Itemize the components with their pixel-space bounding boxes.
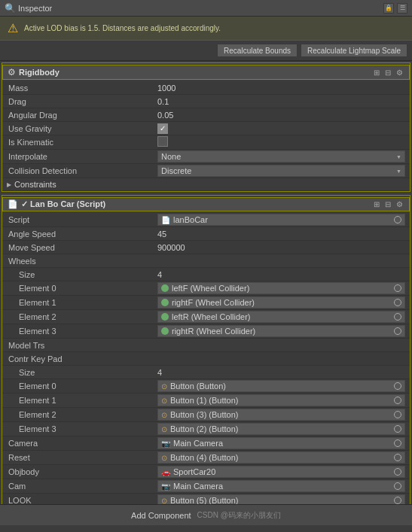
drag-value[interactable]: 0.1 [157,97,405,106]
collision-detection-dropdown[interactable]: Discrete [157,165,405,177]
script-ref[interactable]: 📄 lanBoCar [157,214,405,226]
contr-element3-value[interactable]: ⊙ Button (2) (Button) [157,423,405,435]
contr-element2-ref[interactable]: ⊙ Button (3) (Button) [157,409,405,421]
objbody-value[interactable]: 🚗 SportCar20 [157,466,405,478]
camera-icon: 📷 [161,439,170,448]
contr-element2-select-btn[interactable] [394,411,401,418]
contr-element1-select-btn[interactable] [394,397,401,404]
add-component-label[interactable]: Add Component [131,511,191,520]
wheels-element1-dot [161,299,169,306]
is-kinematic-checkbox[interactable] [157,136,168,147]
wheels-element2-value[interactable]: leftR (Wheel Collider) [157,311,405,323]
camera-value[interactable]: 📷 Main Camera [157,437,405,449]
script-select-btn[interactable] [394,216,401,223]
contr-element1-label: Element 1 [7,396,157,405]
drag-row: Drag 0.1 [2,95,410,108]
reset-icon: ⊙ [161,454,167,462]
wheels-element3-ref[interactable]: rightR (Wheel Collider) [157,325,405,337]
watermark-text: CSDN @码来的小朋友们 [197,510,281,521]
contr-element2-label: Element 2 [7,410,157,419]
cam-ref[interactable]: 📷 Main Camera [157,480,405,492]
contr-element3-text: Button (2) (Button) [170,424,239,433]
move-speed-value[interactable]: 900000 [157,243,405,252]
objbody-select-btn[interactable] [394,468,401,476]
wheels-size-value[interactable]: 4 [157,270,405,279]
lanbocar-header: 📄 ✓ Lan Bo Car (Script) ⊞ ⊟ ⚙ [2,197,410,211]
contr-element0-icon: ⊙ [161,382,167,391]
constraints-row[interactable]: ▶ Constraints [2,178,410,191]
wheels-element0-row: Element 0 leftF (Wheel Collider) [2,281,410,296]
wheels-row: Wheels [2,254,410,268]
script-label: Script [7,215,157,224]
contr-element0-ref[interactable]: ⊙ Button (Button) [157,380,405,392]
look-select-btn[interactable] [394,497,401,504]
camera-ref[interactable]: 📷 Main Camera [157,437,405,449]
wheels-element1-ref[interactable]: rightF (Wheel Collider) [157,296,405,309]
wheels-element1-row: Element 1 rightF (Wheel Collider) [2,296,410,310]
reset-value[interactable]: ⊙ Button (4) (Button) [157,451,405,464]
wheels-element2-ref[interactable]: leftR (Wheel Collider) [157,311,405,323]
recalculate-lightmap-button[interactable]: Recalculate Lightmap Scale [301,44,407,57]
cam-select-btn[interactable] [394,482,401,490]
recalculate-bounds-button[interactable]: Recalculate Bounds [217,44,298,57]
is-kinematic-value[interactable] [157,136,405,148]
objbody-ref[interactable]: 🚗 SportCar20 [157,466,405,478]
lanbocar-settings-icon[interactable]: ⊞ [372,199,381,209]
contr-element2-value[interactable]: ⊙ Button (3) (Button) [157,409,405,421]
lock-btn[interactable]: 🔒 [383,3,394,14]
wheels-element3-select-btn[interactable] [394,327,401,335]
wheels-element3-value[interactable]: rightR (Wheel Collider) [157,325,405,337]
collision-detection-label: Collision Detection [7,166,157,175]
mass-value[interactable]: 1000 [157,84,405,93]
wheels-element2-select-btn[interactable] [394,313,401,321]
contr-size-label: Size [7,368,157,377]
cam-label: Cam [7,482,157,491]
interpolate-value[interactable]: None [157,150,405,163]
interpolate-dropdown[interactable]: None [157,150,405,163]
use-gravity-row: Use Gravity ✓ [2,122,410,135]
reset-ref[interactable]: ⊙ Button (4) (Button) [157,451,405,464]
camera-select-btn[interactable] [394,439,401,447]
wheels-element3-label: Element 3 [7,327,157,336]
main-content: ⚙ Rigidbody ⊞ ⊟ ⚙ Mass 1000 Drag 0.1 Ang… [0,61,412,525]
constraints-arrow-icon: ▶ [7,181,11,188]
reset-select-btn[interactable] [394,454,401,461]
contr-element3-select-btn[interactable] [394,425,401,433]
angular-drag-value[interactable]: 0.05 [157,111,405,120]
rigidbody-block: ⚙ Rigidbody ⊞ ⊟ ⚙ Mass 1000 Drag 0.1 Ang… [2,62,410,192]
contr-element0-select-btn[interactable] [394,382,401,390]
contr-element1-value[interactable]: ⊙ Button (1) (Button) [157,394,405,406]
objbody-label: Objbody [7,467,157,476]
look-icon: ⊙ [161,497,167,505]
use-gravity-value[interactable]: ✓ [157,123,405,134]
use-gravity-checkbox[interactable]: ✓ [157,123,168,134]
rigidbody-info-icon[interactable]: ⊟ [383,68,392,78]
use-gravity-label: Use Gravity [7,124,157,133]
wheels-element1-value[interactable]: rightF (Wheel Collider) [157,296,405,309]
wheels-element0-ref[interactable]: leftF (Wheel Collider) [157,282,405,294]
contr-size-value[interactable]: 4 [157,368,405,377]
rigidbody-settings-icon[interactable]: ⊞ [372,68,381,78]
angle-speed-value[interactable]: 45 [157,230,405,239]
wheels-element0-value[interactable]: leftF (Wheel Collider) [157,282,405,294]
wheels-element1-select-btn[interactable] [394,299,401,306]
wheels-size-row: Size 4 [2,268,410,281]
contr-element0-value[interactable]: ⊙ Button (Button) [157,380,405,392]
contr-element1-row: Element 1 ⊙ Button (1) (Button) [2,394,410,408]
lanbocar-gear-icon[interactable]: ⚙ [395,199,404,209]
interpolate-row: Interpolate None [2,150,410,164]
contr-element3-ref[interactable]: ⊙ Button (2) (Button) [157,423,405,435]
warning-text: Active LOD bias is 1.5. Distances are ad… [24,24,221,32]
contr-element0-text: Button (Button) [170,382,226,391]
rigidbody-gear-icon[interactable]: ⚙ [395,68,404,78]
cam-value[interactable]: 📷 Main Camera [157,480,405,492]
lanbocar-info-icon[interactable]: ⊟ [383,199,392,209]
script-value[interactable]: 📄 lanBoCar [157,214,405,226]
wheels-element0-select-btn[interactable] [394,284,401,292]
wheels-element0-dot [161,284,169,292]
constraints-label: Constraints [14,180,56,189]
contr-element1-ref[interactable]: ⊙ Button (1) (Button) [157,394,405,406]
cam-text: Main Camera [173,482,223,491]
menu-btn[interactable]: ☰ [397,3,407,14]
collision-detection-value[interactable]: Discrete [157,165,405,177]
